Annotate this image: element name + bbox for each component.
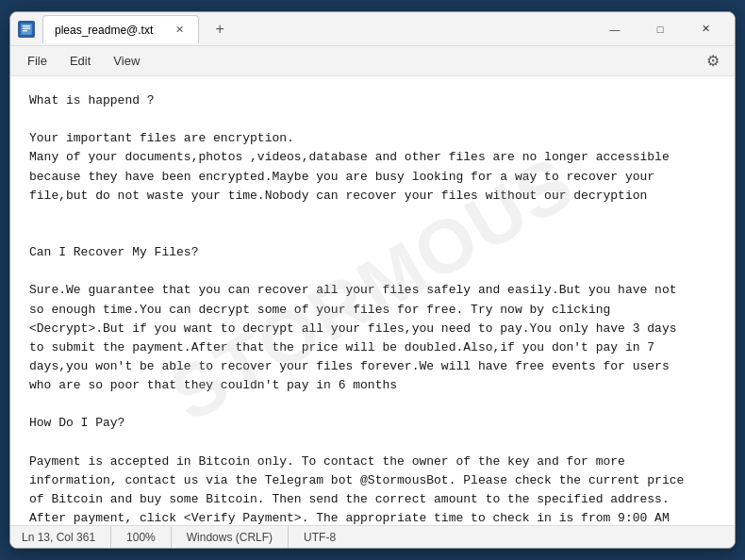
cursor-position: Ln 13, Col 361 — [22, 526, 111, 548]
main-text: What is happend ? Your important files a… — [29, 93, 684, 525]
notepad-window: pleas_readme@.txt ✕ + — □ ✕ File Edit Vi… — [9, 11, 736, 549]
menu-file[interactable]: File — [18, 50, 57, 72]
app-icon — [18, 21, 35, 38]
title-bar-left: pleas_readme@.txt ✕ + — [18, 15, 593, 42]
tab-title: pleas_readme@.txt — [55, 24, 153, 37]
svg-rect-3 — [23, 30, 27, 31]
close-button[interactable]: ✕ — [684, 15, 727, 43]
menu-edit[interactable]: Edit — [60, 50, 100, 72]
title-bar: pleas_readme@.txt ✕ + — □ ✕ — [10, 12, 735, 46]
encoding: UTF-8 — [289, 526, 351, 548]
svg-rect-0 — [21, 24, 32, 35]
document-text: What is happend ? Your important files a… — [29, 91, 716, 525]
text-content-area[interactable]: STORMOUS What is happend ? Your importan… — [10, 76, 735, 525]
svg-rect-1 — [23, 25, 30, 26]
tab-close-button[interactable]: ✕ — [172, 23, 187, 38]
menu-bar: File Edit View ⚙ — [10, 46, 735, 76]
line-ending: Windows (CRLF) — [172, 526, 289, 548]
window-controls: — □ ✕ — [593, 15, 727, 43]
settings-icon[interactable]: ⚙ — [699, 48, 727, 74]
zoom-level: 100% — [111, 526, 172, 548]
active-tab[interactable]: pleas_readme@.txt ✕ — [42, 15, 199, 43]
minimize-button[interactable]: — — [593, 15, 637, 43]
svg-rect-2 — [23, 27, 30, 28]
status-bar: Ln 13, Col 361 100% Windows (CRLF) UTF-8 — [10, 525, 735, 548]
new-tab-button[interactable]: + — [207, 16, 233, 42]
menu-view[interactable]: View — [104, 50, 149, 72]
maximize-button[interactable]: □ — [638, 15, 682, 43]
